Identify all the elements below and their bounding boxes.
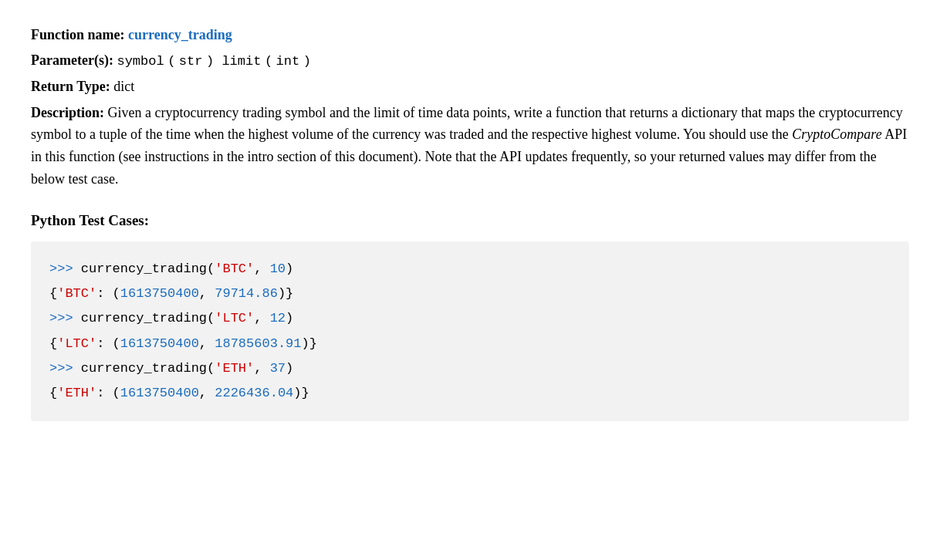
code-line-2: >>> currency_trading('LTC', 12) <box>49 306 891 331</box>
sep1-3: , <box>254 361 269 376</box>
api-name: CryptoCompare <box>792 127 881 142</box>
result-close-2: )} <box>301 336 316 351</box>
arg2-2: 12 <box>270 311 286 326</box>
return-type-line: Return Type: dict <box>31 76 909 97</box>
result-colon-3: : ( <box>96 386 120 400</box>
prompt-1: >>> <box>49 261 73 276</box>
result-comma-3: , <box>199 386 215 400</box>
arg2-3: 37 <box>270 361 286 376</box>
result-num2-3: 2226436.04 <box>215 386 293 400</box>
close-3: ) <box>286 361 293 376</box>
params-label: Parameter(s): <box>31 52 113 68</box>
arg2-1: 10 <box>270 261 286 276</box>
param1-name: symbol <box>117 54 164 69</box>
result-num1-2: 1613750400 <box>120 336 199 351</box>
return-type-label: Return Type: <box>31 79 110 94</box>
description-line: Description: Given a cryptocurrency trad… <box>31 102 909 191</box>
arg1-3: 'ETH' <box>215 361 254 376</box>
result-open-1: { <box>49 286 57 301</box>
close-2: ) <box>286 311 293 326</box>
result-line-2: {'LTC': (1613750400, 18785603.91)} <box>49 332 891 356</box>
result-close-3: )} <box>293 386 309 400</box>
result-key-3: 'ETH' <box>57 386 96 400</box>
param1-type: str <box>179 54 203 69</box>
result-key-1: 'BTC' <box>57 286 96 301</box>
call-1: currency_trading( <box>73 261 215 276</box>
function-name-line: Function name: currency_trading <box>31 25 909 46</box>
sep1-2: , <box>254 311 269 326</box>
function-name-value: currency_trading <box>128 27 232 42</box>
result-open-3: { <box>49 386 57 400</box>
result-num2-1: 79714.86 <box>215 286 278 301</box>
description-label: Description: <box>31 105 104 120</box>
result-comma-2: , <box>199 336 215 351</box>
param2-open-paren: ( <box>265 54 272 69</box>
code-line-3: >>> currency_trading('ETH', 37) <box>49 356 891 381</box>
parameters-line: Parameter(s): symbol ( str ) limit ( int… <box>31 50 909 72</box>
code-block: >>> currency_trading('BTC', 10) {'BTC': … <box>31 241 909 422</box>
code-line-1: >>> currency_trading('BTC', 10) <box>49 257 891 282</box>
prompt-2: >>> <box>49 311 73 326</box>
result-num1-3: 1613750400 <box>120 386 199 400</box>
result-close-1: )} <box>278 286 293 301</box>
param1-close-paren: ) <box>206 54 221 69</box>
param1-open-paren: ( <box>167 54 175 69</box>
result-num2-2: 18785603.91 <box>215 336 301 351</box>
result-colon-2: : ( <box>96 336 120 351</box>
prompt-3: >>> <box>49 361 73 376</box>
result-line-3: {'ETH': (1613750400, 2226436.04)} <box>49 381 891 406</box>
param2-name: limit <box>221 54 261 69</box>
close-1: ) <box>286 261 293 276</box>
result-comma-1: , <box>199 286 215 301</box>
arg1-2: 'LTC' <box>215 311 254 326</box>
return-type-value: dict <box>113 79 134 94</box>
sep1-1: , <box>254 261 269 276</box>
arg1-1: 'BTC' <box>215 261 254 276</box>
description-text1: Given a cryptocurrency trading symbol an… <box>31 105 903 143</box>
call-3: currency_trading( <box>73 361 215 376</box>
result-colon-1: : ( <box>96 286 120 301</box>
result-num1-1: 1613750400 <box>120 286 199 301</box>
param2-type: int <box>276 54 300 69</box>
result-line-1: {'BTC': (1613750400, 79714.86)} <box>49 282 891 306</box>
function-name-label: Function name: <box>31 27 125 42</box>
test-cases-title: Python Test Cases: <box>31 212 909 229</box>
call-2: currency_trading( <box>73 311 215 326</box>
result-key-2: 'LTC' <box>57 336 96 351</box>
param2-close-paren: ) <box>303 54 311 69</box>
result-open-2: { <box>49 336 57 351</box>
